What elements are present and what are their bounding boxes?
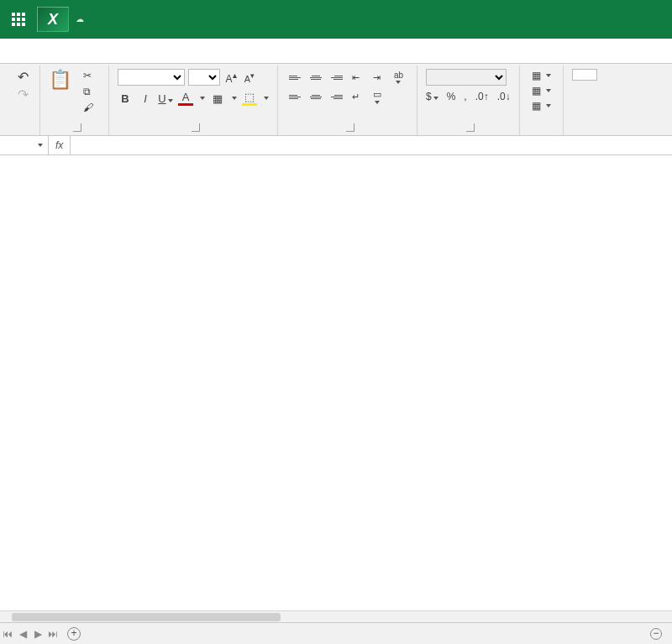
format-cells-button[interactable]: ▦: [528, 99, 554, 113]
clipboard-launcher-icon[interactable]: [73, 123, 81, 132]
insert-cells-button[interactable]: ▦: [528, 69, 554, 82]
style-label: [572, 132, 597, 134]
number-launcher-icon[interactable]: [466, 123, 475, 132]
delete-cells-button[interactable]: ▦: [528, 84, 554, 97]
font-launcher-icon[interactable]: [192, 123, 200, 132]
scissors-icon: ✂: [83, 70, 92, 81]
decrease-font-icon[interactable]: A▾: [242, 71, 257, 84]
border-button[interactable]: ▦: [210, 92, 225, 105]
alignment-buttons[interactable]: ⇤ ⇥ ab ↵ ▭: [286, 69, 408, 105]
underline-button[interactable]: U: [158, 92, 173, 105]
app-header: ☁: [0, 0, 672, 39]
app-logo: [37, 7, 69, 32]
alignment-launcher-icon[interactable]: [346, 123, 354, 132]
undo-icon[interactable]: ↶: [18, 69, 29, 85]
font-name-select[interactable]: [118, 69, 185, 86]
currency-button[interactable]: $: [426, 91, 438, 102]
style-normal-button[interactable]: [572, 69, 597, 81]
italic-button[interactable]: I: [138, 92, 153, 105]
paste-button[interactable]: 📋: [49, 69, 71, 114]
font-color-button[interactable]: A: [178, 91, 193, 106]
undo-label: [15, 132, 31, 134]
fill-color-button[interactable]: ⬚: [242, 91, 257, 106]
menu-bar: [0, 39, 672, 64]
fx-icon[interactable]: fx: [49, 139, 70, 151]
brand: ☁: [76, 14, 85, 24]
increase-decimal-button[interactable]: .0↑: [475, 91, 489, 102]
redo-icon[interactable]: ↷: [18, 86, 29, 102]
number-format-select[interactable]: [426, 69, 507, 86]
increase-font-icon[interactable]: A▴: [223, 71, 239, 85]
cut-button[interactable]: ✂: [80, 69, 100, 82]
comma-button[interactable]: ,: [464, 91, 466, 102]
formula-bar: fx: [0, 136, 672, 155]
apps-icon[interactable]: [12, 13, 25, 26]
ribbon: ↶ ↷ 📋 ✂ ⧉ 🖌 A▴ A▾: [0, 64, 672, 136]
formula-input[interactable]: [70, 136, 672, 154]
bold-button[interactable]: B: [118, 92, 133, 105]
cells-label: [528, 132, 554, 134]
copy-icon: ⧉: [83, 86, 91, 97]
percent-button[interactable]: %: [447, 91, 456, 102]
cloud-icon: ☁: [76, 14, 85, 24]
decrease-decimal-button[interactable]: .0↓: [497, 91, 511, 102]
brush-icon: 🖌: [83, 102, 93, 113]
format-painter-button[interactable]: 🖌: [80, 101, 100, 114]
copy-button[interactable]: ⧉: [80, 85, 100, 98]
name-box[interactable]: [0, 136, 49, 154]
font-size-select[interactable]: [188, 69, 220, 86]
